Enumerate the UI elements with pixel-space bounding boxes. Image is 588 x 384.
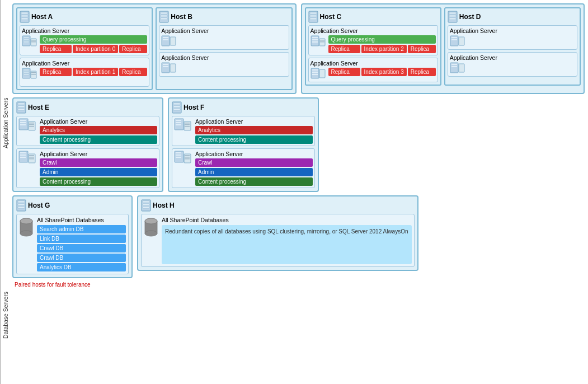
- svg-rect-5: [23, 37, 29, 38]
- server-icon-g: [16, 199, 26, 212]
- svg-rect-63: [20, 120, 26, 121]
- appserver-b2: Application Server: [159, 52, 289, 77]
- svg-rect-43: [312, 72, 318, 73]
- svg-rect-75: [29, 155, 34, 156]
- svg-rect-99: [18, 201, 25, 203]
- server-icon-h: [141, 199, 151, 212]
- host-b-title: Host B: [159, 11, 289, 23]
- replica-c2: Replica: [328, 68, 360, 76]
- mini-server-icon-a2: [22, 68, 37, 83]
- svg-rect-23: [163, 37, 168, 38]
- mini-server-e1: [18, 118, 36, 136]
- svg-rect-68: [29, 124, 34, 125]
- replica-right-c1: Replica: [408, 45, 436, 53]
- svg-rect-32: [310, 15, 317, 17]
- svg-rect-107: [143, 201, 149, 203]
- svg-rect-49: [449, 18, 456, 20]
- mini-server-b2: [161, 62, 177, 73]
- svg-rect-28: [163, 66, 168, 67]
- svg-rect-96: [185, 157, 190, 158]
- host-g: Host G All SharePoint Databases: [12, 195, 133, 278]
- svg-rect-29: [170, 64, 176, 72]
- host-c-name: Host C: [320, 13, 342, 21]
- mini-server-f1: [174, 118, 192, 136]
- appserver-a2-title: Application Server: [22, 60, 147, 67]
- crawl-bar-f2: Crawl: [195, 158, 313, 167]
- svg-rect-6: [23, 39, 29, 40]
- server-icon-c: [308, 11, 318, 23]
- svg-rect-89: [185, 126, 190, 127]
- mini-server-c2: [311, 68, 326, 79]
- analytics-bar-e1: Analytics: [40, 126, 157, 134]
- appserver-c1: Application Server: [308, 25, 438, 55]
- svg-rect-24: [163, 39, 168, 40]
- replica-bar-a1: Replica: [40, 45, 72, 53]
- content-processing-bar-f2: Content processing: [195, 177, 313, 186]
- appserver-f1: Application Server Analytics Content pro…: [172, 116, 315, 146]
- svg-rect-45: [319, 69, 325, 78]
- content-processing-bar-f1: Content processing: [195, 135, 313, 144]
- host-g-title: Host G: [16, 199, 129, 212]
- db-card-g: All SharePoint Databases Search admin DB…: [16, 214, 129, 274]
- host-d: Host D Application Server: [444, 7, 581, 86]
- host-h: Host H All SharePoint Databases Redunda: [137, 195, 418, 271]
- svg-rect-31: [310, 12, 317, 14]
- replica-right-a2: Replica: [119, 68, 147, 76]
- svg-rect-57: [459, 64, 464, 72]
- svg-rect-95: [185, 155, 190, 156]
- query-processing-bar-a1: Query processing: [40, 35, 147, 44]
- svg-rect-60: [18, 106, 25, 107]
- host-h-title: Host H: [141, 199, 415, 212]
- index-partition-0: Index partition 0: [73, 45, 118, 53]
- db-servers-label: Database Servers: [0, 246, 10, 384]
- svg-rect-85: [176, 124, 181, 125]
- svg-rect-42: [312, 69, 318, 71]
- host-e-name: Host E: [28, 104, 49, 111]
- host-e-title: Host E: [16, 101, 159, 114]
- crawl-db-2: Crawl DB: [37, 254, 126, 262]
- svg-rect-3: [21, 18, 28, 20]
- mini-server-icon: [22, 35, 37, 51]
- content-processing-bar-e1: Content processing: [40, 135, 157, 144]
- svg-rect-101: [18, 207, 25, 208]
- svg-rect-72: [20, 154, 26, 156]
- mini-server-c1: [311, 35, 326, 51]
- appserver-a1: Application Server: [20, 25, 149, 55]
- mini-server-e2: [18, 151, 36, 168]
- svg-rect-77: [29, 158, 34, 160]
- svg-rect-2: [21, 15, 28, 17]
- host-h-name: Host H: [153, 202, 175, 209]
- svg-rect-84: [176, 122, 181, 123]
- svg-rect-61: [18, 109, 25, 110]
- svg-rect-79: [173, 103, 180, 105]
- host-b-name: Host B: [171, 13, 192, 21]
- host-a-title: Host A: [20, 11, 149, 23]
- server-icon-b: [159, 11, 169, 23]
- mini-server-f2: [174, 151, 192, 168]
- host-f-title: Host F: [172, 101, 315, 114]
- svg-rect-17: [31, 74, 36, 75]
- svg-point-112: [145, 231, 157, 236]
- svg-rect-69: [29, 126, 34, 127]
- svg-rect-59: [18, 103, 25, 105]
- mini-server-d2: [450, 62, 465, 73]
- svg-point-105: [20, 218, 32, 224]
- db-card-h: All SharePoint Databases Redundant copie…: [141, 214, 415, 267]
- crawl-db-1: Crawl DB: [37, 244, 126, 252]
- svg-rect-65: [20, 124, 26, 125]
- host-g-db-label: All SharePoint Databases: [37, 217, 126, 223]
- svg-rect-39: [320, 40, 324, 41]
- host-f-name: Host F: [184, 104, 204, 111]
- link-db: Link DB: [37, 235, 126, 243]
- index-partition-2: Index partition 2: [361, 45, 407, 53]
- svg-rect-7: [23, 41, 29, 43]
- db-cylinder-icon: [19, 217, 34, 237]
- server-icon-d: [448, 11, 458, 23]
- host-ab-box: Host A Application Server: [12, 3, 297, 94]
- app-servers-label: Application Servers: [0, 0, 10, 246]
- content-processing-bar-e2: Content processing: [40, 177, 157, 186]
- appserver-d2: Application Server: [448, 52, 577, 77]
- crawl-bar-e2: Crawl: [40, 158, 157, 167]
- host-f: Host F: [168, 97, 319, 192]
- svg-rect-76: [29, 157, 34, 158]
